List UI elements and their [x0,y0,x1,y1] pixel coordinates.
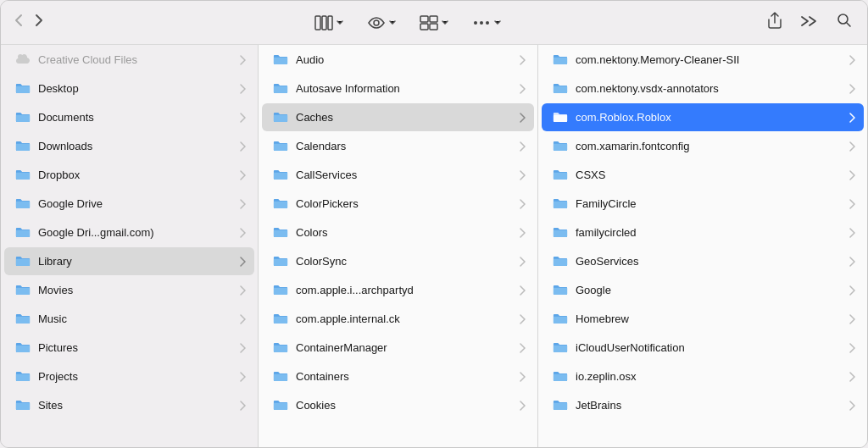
list-item[interactable]: ColorSync [262,247,534,275]
item-label: Containers [296,370,520,383]
list-item[interactable]: familycircled [542,218,864,246]
list-item[interactable]: Audio [262,46,534,74]
svg-rect-15 [16,173,30,180]
list-item[interactable]: Colors [262,218,534,246]
folder-icon [552,138,569,155]
list-item[interactable]: CSXS [542,161,864,189]
list-item[interactable]: com.apple.i...archpartyd [262,276,534,304]
svg-rect-23 [16,403,30,410]
list-item[interactable]: Desktop [4,75,254,102]
list-item[interactable]: Autosave Information [262,75,534,102]
chevron-icon [849,401,855,411]
svg-rect-20 [16,317,30,324]
grid-view-button[interactable] [413,12,455,34]
folder-icon [552,52,569,69]
list-item[interactable]: Containers [262,362,534,390]
right-column-scroll[interactable]: com.nektony.Memory-Cleaner-SII com.nekto… [538,45,867,447]
list-item[interactable]: Music [4,305,254,333]
chevron-icon [520,343,526,353]
more-options-button[interactable] [465,17,508,29]
folder-icon [552,80,569,97]
list-item[interactable]: com.nektony.Memory-Cleaner-SII [542,46,864,74]
svg-rect-30 [274,230,287,237]
view-columns-button[interactable] [308,12,350,34]
list-item[interactable]: Downloads [4,132,254,160]
back-button[interactable] [11,12,26,33]
list-item-library[interactable]: Library [4,247,254,275]
list-item[interactable]: ContainerManager [262,334,534,362]
chevron-icon [240,84,246,94]
list-item[interactable]: iCloudUserNotification [542,334,864,362]
folder-icon [14,340,31,357]
list-item-roblox[interactable]: com.Roblox.Roblox [542,103,864,131]
chevron-icon [520,199,526,209]
list-item[interactable]: CallServices [262,161,534,189]
svg-point-8 [474,21,477,25]
mid-column: Audio Autosave Information Caches [259,45,538,447]
list-item[interactable]: com.xamarin.fontconfig [542,132,864,160]
svg-rect-2 [328,16,332,30]
list-item[interactable]: com.apple.internal.ck [262,305,534,333]
search-button[interactable] [832,9,857,36]
chevron-icon [849,113,855,123]
nav-buttons [11,12,47,33]
list-item[interactable]: Cookies [262,391,534,419]
list-item[interactable]: Documents [4,103,254,131]
list-item[interactable]: Creative Cloud Files [4,46,254,74]
forward-button[interactable] [31,12,47,33]
item-label: Desktop [38,82,240,95]
list-item[interactable]: Homebrew [542,305,864,333]
fast-forward-button[interactable] [796,10,823,35]
cloud-icon [14,52,31,69]
chevron-icon [240,170,246,180]
chevron-icon [240,401,246,411]
toolbar [1,1,867,45]
item-label: Downloads [38,140,240,152]
svg-rect-24 [274,58,287,64]
chevron-icon [849,343,855,353]
list-item[interactable]: Movies [4,276,254,304]
list-item[interactable]: io.zeplin.osx [542,362,864,390]
list-item[interactable]: JetBrains [542,391,864,419]
item-label: JetBrains [576,399,849,412]
chevron-icon [849,372,855,382]
folder-icon [552,368,569,385]
list-item[interactable]: Google Drive [4,190,254,218]
right-column: com.nektony.Memory-Cleaner-SII com.nekto… [538,45,867,447]
svg-rect-29 [274,202,287,208]
list-item[interactable]: Google Dri...gmail.com) [4,218,254,246]
chevron-icon [240,55,246,65]
folder-icon [552,253,569,270]
share-button[interactable] [762,8,787,37]
svg-rect-7 [430,24,437,30]
list-item[interactable]: Dropbox [4,161,254,189]
folder-icon [552,224,569,241]
left-column-scroll[interactable]: Creative Cloud Files Desktop Documents [1,45,258,447]
list-item[interactable]: GeoServices [542,247,864,275]
folder-icon [272,109,289,126]
svg-rect-6 [420,24,428,30]
item-label: familycircled [576,226,849,239]
folder-icon [272,167,289,184]
item-label: Creative Cloud Files [38,53,240,66]
list-item-caches[interactable]: Caches [262,103,534,131]
svg-rect-47 [554,346,567,352]
list-item[interactable]: Sites [4,391,254,419]
eye-view-button[interactable] [360,13,403,33]
item-label: ColorPickers [296,197,520,210]
item-label: Projects [38,370,240,383]
list-item[interactable]: Calendars [262,132,534,160]
svg-rect-39 [554,115,567,122]
list-item[interactable]: Projects [4,362,254,390]
list-item[interactable]: FamilyCircle [542,190,864,218]
item-label: Google [576,284,849,296]
item-label: CSXS [576,169,849,181]
list-item[interactable]: com.nektony.vsdx-annotators [542,75,864,102]
folder-icon [14,167,31,184]
list-item[interactable]: Pictures [4,334,254,362]
mid-column-scroll[interactable]: Audio Autosave Information Caches [259,45,537,447]
list-item[interactable]: Google [542,276,864,304]
svg-point-10 [486,21,489,25]
list-item[interactable]: ColorPickers [262,190,534,218]
item-label: ColorSync [296,255,520,268]
